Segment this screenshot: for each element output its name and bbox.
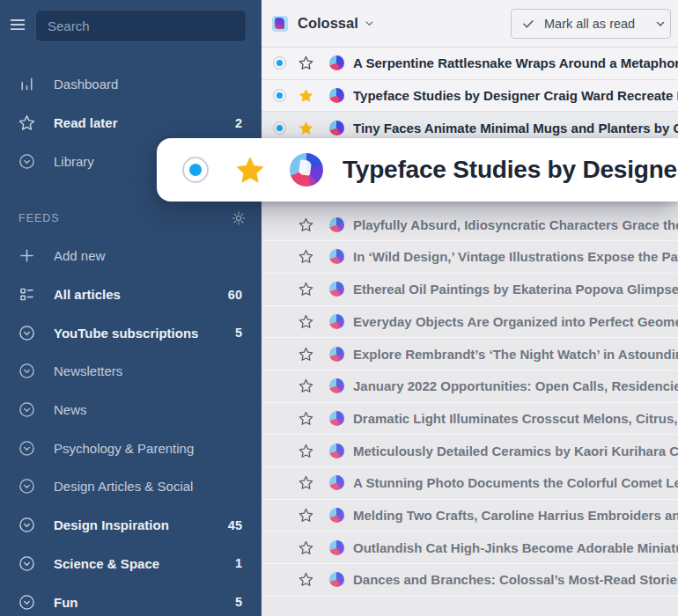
colossal-favicon bbox=[329, 475, 344, 490]
article-row[interactable]: Playfully Absurd, Idiosyncratic Characte… bbox=[262, 209, 678, 241]
unread-radio-icon[interactable] bbox=[273, 121, 286, 135]
star-outline-icon[interactable] bbox=[298, 216, 314, 233]
colossal-favicon bbox=[290, 153, 323, 187]
article-title: January 2022 Opportunities: Open Calls, … bbox=[353, 378, 678, 393]
colossal-favicon bbox=[329, 411, 344, 426]
unread-radio-icon[interactable] bbox=[182, 157, 209, 183]
star-outline-icon[interactable] bbox=[298, 281, 314, 297]
sidebar-item-news[interactable]: News bbox=[0, 391, 262, 429]
star-outline-icon[interactable] bbox=[298, 571, 314, 588]
colossal-favicon bbox=[329, 378, 344, 393]
plus-icon bbox=[18, 246, 36, 265]
colossal-favicon bbox=[329, 249, 344, 264]
star-outline-icon[interactable] bbox=[298, 507, 314, 524]
unread-count-badge: 2 bbox=[235, 116, 242, 130]
chevron-circle-icon bbox=[18, 400, 36, 419]
sidebar-item-all-articles[interactable]: All articles60 bbox=[0, 275, 262, 314]
star-outline-icon[interactable] bbox=[298, 346, 314, 363]
star-outline-icon[interactable] bbox=[298, 55, 314, 71]
chevron-circle-icon bbox=[18, 439, 36, 458]
article-row[interactable]: January 2022 Opportunities: Open Calls, … bbox=[262, 370, 678, 403]
unread-radio-icon[interactable] bbox=[273, 89, 286, 102]
sidebar-item-design-articles-social[interactable]: Design Articles & Social bbox=[0, 467, 262, 506]
sidebar-item-label: Psychology & Parenting bbox=[54, 441, 242, 456]
star-outline-icon[interactable] bbox=[298, 313, 314, 330]
sidebar-item-add-new[interactable]: Add new bbox=[0, 237, 262, 275]
article-title: Playfully Absurd, Idiosyncratic Characte… bbox=[353, 217, 678, 232]
article-title: Tiny Faces Animate Minimal Mugs and Plan… bbox=[353, 121, 678, 136]
article-row[interactable]: Typeface Studies by Designer Craig Ward … bbox=[262, 80, 678, 113]
sidebar-item-label: News bbox=[54, 402, 242, 417]
article-title: Dances and Branches: Colossal’s Most-Rea… bbox=[353, 572, 678, 587]
article-row[interactable]: Everyday Objects Are Organized into Perf… bbox=[262, 306, 678, 339]
chevron-down-icon bbox=[364, 18, 375, 29]
app-window: DashboardRead later2Library FEEDS Add ne… bbox=[0, 0, 678, 616]
article-row[interactable]: A Stunning Photo Documents the Colorful … bbox=[262, 467, 678, 500]
sidebar-item-label: Science & Space bbox=[54, 556, 228, 571]
search-box bbox=[35, 10, 247, 42]
check-icon bbox=[521, 17, 535, 31]
sidebar-item-dashboard[interactable]: Dashboard bbox=[0, 65, 262, 104]
chevron-circle-icon bbox=[18, 516, 36, 534]
colossal-favicon bbox=[329, 282, 344, 297]
article-title: A Stunning Photo Documents the Colorful … bbox=[353, 475, 678, 490]
star-icon bbox=[18, 114, 36, 132]
article-title: Typeface Studies by Designer Craig Ward … bbox=[353, 88, 678, 103]
sidebar-item-label: Design Inspiration bbox=[54, 517, 221, 532]
article-row[interactable]: Explore Rembrandt’s ‘The Night Watch’ in… bbox=[262, 338, 678, 370]
sidebar-item-label: Read later bbox=[54, 115, 228, 130]
article-row[interactable]: In ‘Wild Design,’ Vintage Illustrations … bbox=[262, 241, 678, 274]
hamburger-menu-button[interactable] bbox=[0, 9, 35, 42]
unread-count-badge: 5 bbox=[235, 595, 242, 609]
star-outline-icon[interactable] bbox=[298, 443, 314, 459]
star-outline-icon[interactable] bbox=[298, 378, 314, 394]
star-filled-icon[interactable] bbox=[298, 120, 314, 136]
chevron-circle-icon bbox=[18, 554, 36, 573]
unread-radio-icon[interactable] bbox=[273, 56, 286, 70]
feed-header: Colossal Mark all as read bbox=[262, 0, 678, 48]
article-row[interactable]: A Serpentine Rattlesnake Wraps Around a … bbox=[262, 48, 678, 80]
colossal-favicon bbox=[329, 572, 344, 587]
mark-all-read-button[interactable]: Mark all as read bbox=[511, 9, 671, 39]
sidebar-item-label: Design Articles & Social bbox=[54, 479, 242, 494]
sidebar-item-read-later[interactable]: Read later2 bbox=[0, 104, 262, 143]
chevron-circle-icon bbox=[18, 324, 36, 342]
dashboard-icon bbox=[18, 75, 36, 93]
article-title: Explore Rembrandt’s ‘The Night Watch’ in… bbox=[353, 347, 678, 362]
colossal-favicon bbox=[329, 217, 344, 232]
colossal-favicon bbox=[329, 347, 344, 362]
feeds-section-header: FEEDS bbox=[0, 199, 262, 238]
article-row[interactable]: Dances and Branches: Colossal’s Most-Rea… bbox=[262, 564, 678, 597]
sidebar-item-label: Fun bbox=[54, 595, 228, 610]
article-title: A Serpentine Rattlesnake Wraps Around a … bbox=[353, 55, 678, 70]
feed-title-dropdown[interactable]: Colossal bbox=[272, 15, 511, 32]
colossal-favicon bbox=[329, 121, 344, 136]
mark-all-read-dropdown-icon[interactable] bbox=[654, 18, 667, 30]
article-row[interactable]: Outlandish Cat High-Jinks Become Adorabl… bbox=[262, 532, 678, 564]
star-outline-icon[interactable] bbox=[298, 248, 314, 265]
articles-icon bbox=[18, 285, 36, 304]
hamburger-icon bbox=[8, 15, 27, 37]
star-outline-icon[interactable] bbox=[298, 474, 314, 491]
sidebar-item-youtube-subscriptions[interactable]: YouTube subscriptions5 bbox=[0, 313, 262, 352]
sidebar-item-design-inspiration[interactable]: Design Inspiration45 bbox=[0, 506, 262, 545]
star-outline-icon[interactable] bbox=[298, 410, 314, 427]
feed-favicon-icon bbox=[272, 16, 288, 32]
article-row[interactable]: Dramatic Light Illuminates Crosscut Melo… bbox=[262, 403, 678, 436]
article-row[interactable]: Melding Two Crafts, Caroline Harrius Emb… bbox=[262, 500, 678, 532]
sidebar-item-label: Dashboard bbox=[54, 77, 242, 92]
sidebar-item-science-space[interactable]: Science & Space1 bbox=[0, 545, 262, 583]
article-title: Meticulously Detailed Ceramics by Kaori … bbox=[353, 444, 678, 458]
sidebar-item-newsletters[interactable]: Newsletters bbox=[0, 352, 262, 391]
magnified-article-title: Typeface Studies by Designe bbox=[343, 156, 678, 184]
star-outline-icon[interactable] bbox=[298, 539, 314, 556]
article-row[interactable]: Meticulously Detailed Ceramics by Kaori … bbox=[262, 435, 678, 467]
search-input[interactable] bbox=[36, 18, 246, 33]
article-row[interactable]: Ethereal Oil Paintings by Ekaterina Popo… bbox=[262, 274, 678, 306]
chevron-circle-icon bbox=[18, 362, 36, 380]
star-filled-icon[interactable] bbox=[298, 87, 314, 104]
sidebar-item-fun[interactable]: Fun5 bbox=[0, 583, 262, 616]
star-filled-icon[interactable] bbox=[233, 153, 267, 187]
sidebar-item-psychology-parenting[interactable]: Psychology & Parenting bbox=[0, 429, 262, 467]
gear-icon[interactable] bbox=[231, 210, 247, 226]
